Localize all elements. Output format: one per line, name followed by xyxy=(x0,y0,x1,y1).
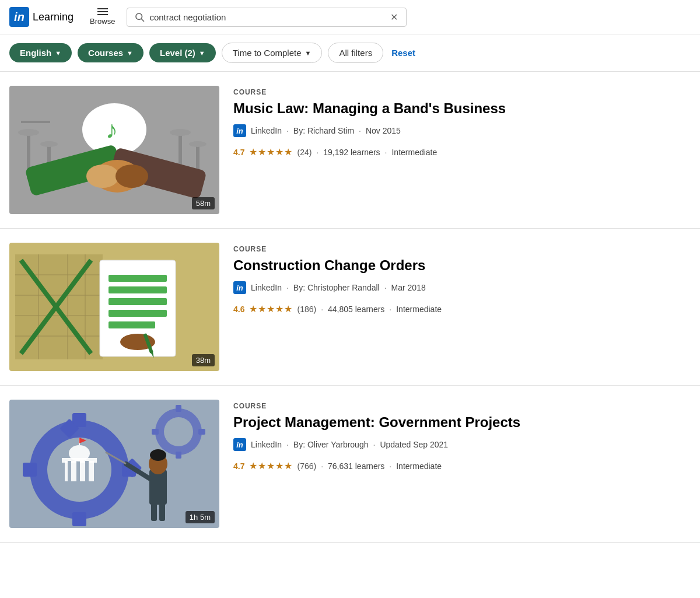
svg-rect-51 xyxy=(68,461,71,481)
course-date: Nov 2015 xyxy=(366,126,401,135)
course-rating: 4.7 xyxy=(233,148,244,157)
course-level: Intermediate xyxy=(396,461,442,471)
course-author: By: Richard Stim xyxy=(293,126,354,135)
separator: · xyxy=(373,440,375,449)
course-learners: 19,192 learners xyxy=(323,148,380,157)
clear-search-button[interactable]: ✕ xyxy=(389,12,399,23)
course-meta: in LinkedIn · By: Oliver Yarbrough · Upd… xyxy=(233,438,691,451)
svg-rect-69 xyxy=(159,503,165,521)
separator: · xyxy=(286,440,289,449)
svg-point-19 xyxy=(116,165,148,188)
svg-rect-61 xyxy=(198,429,205,435)
svg-point-54 xyxy=(69,445,90,461)
linkedin-provider-icon: in xyxy=(233,124,246,137)
reset-label: Reset xyxy=(391,48,415,58)
language-filter-chevron-icon: ▼ xyxy=(55,50,61,57)
svg-point-18 xyxy=(86,165,119,188)
level-filter-label: Level (2) xyxy=(160,48,195,58)
content-type-filter-button[interactable]: Courses ▼ xyxy=(78,43,144,62)
filter-bar: English ▼ Courses ▼ Level (2) ▼ Time to … xyxy=(0,34,700,72)
svg-text:♪: ♪ xyxy=(106,116,118,144)
svg-rect-53 xyxy=(85,461,89,481)
course-level: Intermediate xyxy=(396,305,442,314)
browse-menu-icon xyxy=(97,8,108,15)
language-filter-button[interactable]: English ▼ xyxy=(9,43,72,62)
separator: · xyxy=(385,148,387,157)
linkedin-provider-icon: in xyxy=(233,281,246,294)
svg-rect-36 xyxy=(108,321,155,328)
search-bar: ✕ xyxy=(127,8,407,27)
logo-area: in Learning xyxy=(9,7,74,27)
course-thumb-illustration xyxy=(9,400,219,528)
separator: · xyxy=(389,305,391,314)
svg-point-9 xyxy=(170,129,191,136)
time-filter-button[interactable]: Time to Complete ▼ xyxy=(222,43,323,63)
svg-rect-46 xyxy=(23,463,37,477)
course-rating: 4.7 xyxy=(233,461,244,471)
course-thumbnail[interactable]: ♪ 58m xyxy=(9,86,219,214)
course-info: COURSE Music Law: Managing a Band's Busi… xyxy=(233,86,691,158)
duration-badge: 58m xyxy=(192,197,215,209)
search-input[interactable] xyxy=(149,12,384,22)
course-thumb-illustration: ♪ xyxy=(9,86,219,214)
time-filter-label: Time to Complete xyxy=(233,48,302,58)
svg-point-65 xyxy=(150,449,166,461)
svg-rect-32 xyxy=(108,275,167,282)
course-reviews: (186) xyxy=(297,305,316,314)
svg-rect-35 xyxy=(108,310,167,317)
course-thumbnail[interactable]: 38m xyxy=(9,243,219,371)
content-type-filter-chevron-icon: ▼ xyxy=(127,50,133,57)
duration-badge: 38m xyxy=(192,354,215,366)
linkedin-provider-icon: in xyxy=(233,438,246,451)
course-level: Intermediate xyxy=(391,148,437,157)
course-learners: 76,631 learners xyxy=(328,461,384,471)
svg-rect-44 xyxy=(72,512,86,526)
separator: · xyxy=(384,283,387,292)
course-provider: LinkedIn xyxy=(251,283,282,292)
browse-button[interactable]: Browse xyxy=(85,6,120,28)
separator: · xyxy=(286,126,289,135)
course-meta: in LinkedIn · By: Richard Stim · Nov 201… xyxy=(233,124,691,137)
separator: · xyxy=(321,461,323,471)
course-type-label: COURSE xyxy=(233,245,691,253)
separator: · xyxy=(316,148,318,157)
svg-line-1 xyxy=(142,19,144,22)
course-stars: ★ ★ ★ ★ ★ xyxy=(249,146,292,158)
course-date: Mar 2018 xyxy=(391,283,426,292)
course-thumb-illustration xyxy=(9,243,219,371)
course-thumbnail[interactable]: 1h 5m xyxy=(9,400,219,528)
course-stars: ★ ★ ★ ★ ★ xyxy=(249,460,292,471)
table-row: 1h 5m COURSE Project Management: Governm… xyxy=(0,386,700,543)
separator: · xyxy=(359,126,361,135)
svg-rect-33 xyxy=(108,286,167,293)
course-list: ♪ 58m COURSE Music Law: Managing a Band'… xyxy=(0,72,700,543)
course-date: Updated Sep 2021 xyxy=(380,440,448,449)
svg-rect-34 xyxy=(108,298,167,305)
course-type-label: COURSE xyxy=(233,402,691,410)
svg-rect-63 xyxy=(149,470,167,505)
course-rating: 4.6 xyxy=(233,305,244,314)
course-title[interactable]: Music Law: Managing a Band's Business xyxy=(233,100,691,117)
course-reviews: (24) xyxy=(297,148,312,157)
app-name: Learning xyxy=(33,11,74,23)
svg-rect-7 xyxy=(21,121,50,123)
header: in Learning Browse ✕ xyxy=(0,0,700,34)
course-stats: 4.6 ★ ★ ★ ★ ★ (186) · 44,805 learners · … xyxy=(233,303,691,314)
course-reviews: (766) xyxy=(297,461,316,471)
svg-point-6 xyxy=(40,141,58,147)
content-type-filter-label: Courses xyxy=(88,48,123,58)
course-info: COURSE Project Management: Government Pr… xyxy=(233,400,691,471)
time-filter-chevron-icon: ▼ xyxy=(305,50,312,57)
reset-button[interactable]: Reset xyxy=(391,48,415,58)
all-filters-button[interactable]: All filters xyxy=(328,43,383,63)
course-title[interactable]: Project Management: Government Projects xyxy=(233,414,691,431)
separator: · xyxy=(389,461,391,471)
svg-point-11 xyxy=(189,141,206,147)
level-filter-button[interactable]: Level (2) ▼ xyxy=(149,43,216,62)
course-author: By: Oliver Yarbrough xyxy=(293,440,369,449)
course-provider: LinkedIn xyxy=(251,126,282,135)
course-title[interactable]: Construction Change Orders xyxy=(233,257,691,274)
svg-rect-59 xyxy=(176,405,181,412)
course-type-label: COURSE xyxy=(233,88,691,96)
table-row: ♪ 58m COURSE Music Law: Managing a Band'… xyxy=(0,72,700,229)
